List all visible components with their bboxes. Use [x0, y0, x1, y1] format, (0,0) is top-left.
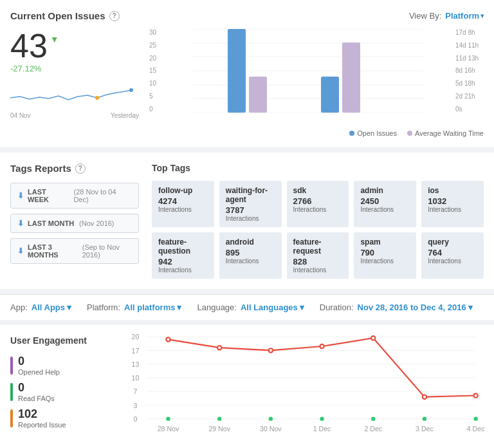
- tag-name: feature-request: [293, 238, 343, 256]
- tag-cell-waiting: waiting-for-agent 3787 Interactions: [219, 181, 282, 227]
- svg-point-42: [473, 416, 477, 420]
- filter-app-select[interactable]: All Apps ▾: [32, 303, 71, 312]
- tag-name: ios: [428, 186, 477, 195]
- metric-num: 0: [18, 355, 60, 368]
- tag-label: Interactions: [226, 257, 275, 265]
- tags-section: Tags Reports ? ⬇ LAST WEEK (28 Nov to 04…: [0, 153, 494, 289]
- tag-cell-feature-request: feature-request 828 Interactions: [287, 232, 349, 279]
- tag-label: Interactions: [360, 206, 410, 213]
- filter-duration-select[interactable]: Nov 28, 2016 to Dec 4, 2016 ▾: [358, 303, 473, 312]
- svg-text:10: 10: [132, 374, 140, 382]
- filter-duration-value: Nov 28, 2016 to Dec 4, 2016: [358, 303, 466, 312]
- last-month-button[interactable]: ⬇ LAST MONTH (Nov 2016): [10, 214, 139, 233]
- svg-text:3: 3: [134, 402, 138, 409]
- issues-right-panel: 30 25 20 15 10 5 0: [149, 29, 484, 137]
- engagement-chart-svg: 20 17 13 10 7 3 0: [126, 335, 484, 445]
- tag-cell-follow-up: follow-up 4274 Interactions: [152, 181, 214, 227]
- view-by-container: View By: Platform ▾: [409, 11, 484, 21]
- filter-language-select[interactable]: All Languages ▾: [241, 303, 304, 312]
- filter-platform-value: All platforms: [124, 303, 175, 312]
- tag-name: android: [226, 238, 275, 247]
- issues-header: Current Open Issues ? View By: Platform …: [10, 10, 484, 21]
- tag-name: spam: [360, 238, 410, 247]
- svg-text:30 Nov: 30 Nov: [260, 425, 282, 433]
- last-week-date: (28 Nov to 04 Dec): [74, 188, 133, 203]
- tag-cell-sdk: sdk 2766 Interactions: [287, 181, 349, 227]
- svg-point-37: [217, 416, 221, 420]
- metric-reported-issue: 102 Reported Issue: [10, 407, 113, 429]
- metric-name: Read FAQs: [18, 395, 55, 402]
- tag-label: Interactions: [293, 266, 343, 274]
- bar-chart-svg: Email Web: [165, 29, 452, 113]
- metric-info: 102 Reported Issue: [18, 407, 66, 429]
- last-week-button[interactable]: ⬇ LAST WEEK (28 Nov to 04 Dec): [10, 183, 139, 209]
- metric-num: 102: [18, 407, 66, 421]
- legend-avg-wait: Average Waiting Time: [407, 129, 484, 137]
- tags-help-icon[interactable]: ?: [75, 163, 86, 174]
- tag-count: 895: [226, 248, 275, 257]
- filter-platform-select[interactable]: All platforms ▾: [124, 303, 181, 312]
- tag-cell-query: query 764 Interactions: [421, 232, 484, 279]
- metric-read-faqs: 0 Read FAQs: [10, 381, 113, 402]
- metric-opened-help: 0 Opened Help: [10, 355, 113, 376]
- legend-open-issues-label: Open Issues: [357, 129, 397, 137]
- chevron-down-icon: ▾: [67, 303, 71, 312]
- tag-label: Interactions: [293, 206, 343, 213]
- chevron-down-icon: ▾: [480, 12, 484, 19]
- platform-select[interactable]: Platform ▾: [445, 11, 484, 21]
- svg-point-39: [320, 416, 324, 420]
- chevron-down-icon: ▾: [468, 303, 473, 312]
- metric-info: 0 Opened Help: [18, 355, 60, 376]
- svg-rect-10: [249, 77, 267, 113]
- filter-platform-label: Platform:: [87, 303, 120, 312]
- tag-label: Interactions: [360, 257, 410, 265]
- svg-point-36: [166, 416, 170, 420]
- filter-duration: Duration: Nov 28, 2016 to Dec 4, 2016 ▾: [320, 303, 473, 312]
- svg-text:0: 0: [134, 415, 138, 423]
- svg-rect-9: [228, 29, 246, 113]
- chevron-down-icon: ▾: [300, 303, 304, 312]
- issues-section: Current Open Issues ? View By: Platform …: [0, 0, 494, 147]
- tags-grid: follow-up 4274 Interactions waiting-for-…: [152, 181, 484, 279]
- chart-legend: Open Issues Average Waiting Time: [149, 129, 484, 137]
- svg-text:17: 17: [132, 347, 140, 355]
- last-week-label: LAST WEEK: [28, 188, 69, 203]
- tag-cell-ios: ios 1032 Interactions: [421, 181, 484, 227]
- help-icon[interactable]: ?: [109, 11, 120, 21]
- tag-name: query: [428, 238, 477, 247]
- svg-text:2 Dec: 2 Dec: [364, 425, 382, 433]
- tag-name: sdk: [293, 186, 343, 195]
- date-end: Yesterday: [111, 112, 139, 119]
- issues-title: Current Open Issues ?: [10, 10, 120, 21]
- issues-count: 43: [10, 29, 48, 62]
- tags-left-panel: Tags Reports ? ⬇ LAST WEEK (28 Nov to 04…: [10, 163, 139, 279]
- metric-name: Reported Issue: [18, 421, 66, 429]
- y-axis-left: 30 25 20 15 10 5 0: [149, 29, 165, 113]
- tag-label: Interactions: [158, 206, 208, 213]
- tag-count: 1032: [428, 196, 477, 206]
- svg-point-33: [371, 336, 375, 340]
- filters-bar: App: All Apps ▾ Platform: All platforms …: [0, 294, 494, 320]
- tag-name: admin: [360, 186, 410, 195]
- sparkline-chart: [10, 79, 139, 111]
- tag-label: Interactions: [158, 266, 208, 274]
- tag-count: 2766: [293, 196, 343, 206]
- metric-info: 0 Read FAQs: [18, 381, 55, 402]
- svg-text:20: 20: [132, 333, 140, 341]
- last-3-months-button[interactable]: ⬇ LAST 3 MONTHS (Sep to Nov 2016): [10, 238, 139, 264]
- svg-text:29 Nov: 29 Nov: [208, 425, 230, 433]
- date-start: 04 Nov: [10, 112, 31, 119]
- legend-dot-blue: [349, 131, 354, 136]
- svg-point-41: [423, 416, 426, 420]
- tag-label: Interactions: [428, 257, 477, 265]
- tag-count: 942: [158, 257, 208, 266]
- tag-label: Interactions: [226, 215, 275, 222]
- svg-text:1 Dec: 1 Dec: [313, 425, 331, 433]
- svg-point-32: [320, 344, 324, 348]
- metric-bar-orange: [10, 409, 13, 427]
- filter-duration-label: Duration:: [320, 303, 354, 312]
- svg-text:28 Nov: 28 Nov: [158, 425, 179, 433]
- filter-language-label: Language:: [197, 303, 236, 312]
- svg-text:3 Dec: 3 Dec: [416, 425, 434, 433]
- legend-dot-purple: [407, 131, 412, 136]
